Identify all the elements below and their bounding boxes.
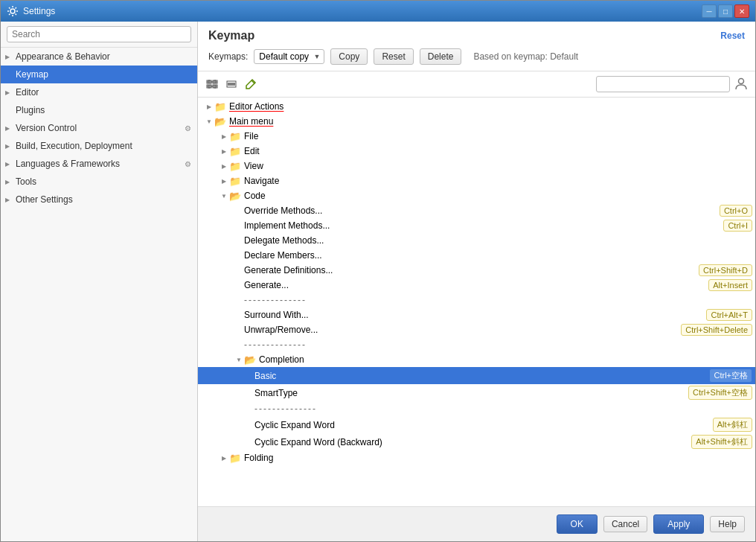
tree-item-delegate[interactable]: Delegate Methods... bbox=[198, 233, 755, 248]
sidebar-item-languages[interactable]: Languages & Frameworks ⚙ bbox=[1, 155, 197, 173]
file-label: File bbox=[244, 131, 752, 141]
collapse-all-button[interactable] bbox=[223, 76, 240, 92]
sidebar-item-appearance[interactable]: Appearance & Behavior bbox=[1, 48, 197, 66]
reset-button[interactable]: Reset bbox=[374, 48, 413, 65]
ok-button[interactable]: OK bbox=[557, 514, 598, 534]
tree-search-input[interactable] bbox=[596, 76, 730, 92]
right-panel: Keymap Reset Keymaps: Default copy Copy … bbox=[198, 22, 755, 541]
delete-button[interactable]: Delete bbox=[420, 48, 462, 65]
sidebar-item-other[interactable]: Other Settings bbox=[1, 191, 197, 208]
override-label: Override Methods... bbox=[244, 205, 720, 216]
collapse-icon bbox=[225, 78, 237, 90]
edit-shortcut-button[interactable] bbox=[243, 76, 259, 92]
tree-item-folding[interactable]: ▶ 📁 Folding bbox=[198, 450, 755, 465]
window-title: Settings bbox=[23, 6, 55, 16]
sidebar-search-box bbox=[1, 22, 197, 48]
override-shortcut: Ctrl+O bbox=[720, 205, 752, 217]
tree-item-code[interactable]: ▼ 📂 Code bbox=[198, 188, 755, 203]
smarttype-shortcut: Ctrl+Shift+空格 bbox=[688, 386, 752, 400]
appearance-label: Appearance & Behavior bbox=[16, 51, 110, 62]
tree-item-surround[interactable]: Surround With... Ctrl+Alt+T bbox=[198, 307, 755, 322]
tree-item-cyclic[interactable]: Cyclic Expand Word Alt+斜杠 bbox=[198, 416, 755, 433]
tree-item-smarttype[interactable]: SmartType Ctrl+Shift+空格 bbox=[198, 384, 755, 401]
maximize-button[interactable]: □ bbox=[718, 4, 733, 18]
implement-label: Implement Methods... bbox=[244, 220, 723, 231]
build-label: Build, Execution, Deployment bbox=[16, 141, 132, 151]
main-menu-arrow: ▼ bbox=[204, 118, 214, 125]
title-bar-left: Settings bbox=[7, 5, 55, 17]
basic-label: Basic bbox=[254, 371, 709, 381]
based-on-label: Based on keymap: Default bbox=[473, 51, 578, 62]
file-folder-icon: 📁 bbox=[229, 131, 241, 142]
main-menu-folder-icon: 📂 bbox=[214, 116, 226, 127]
tree-item-edit[interactable]: ▶ 📁 Edit bbox=[198, 144, 755, 159]
cancel-button[interactable]: Cancel bbox=[603, 516, 647, 532]
copy-button[interactable]: Copy bbox=[330, 48, 368, 65]
footer: OK Cancel Apply Help bbox=[198, 506, 755, 541]
sidebar-item-vcs[interactable]: Version Control ⚙ bbox=[1, 119, 197, 137]
edit-icon bbox=[245, 78, 257, 90]
navigate-arrow: ▶ bbox=[219, 178, 229, 185]
minimize-button[interactable]: ─ bbox=[702, 4, 717, 18]
help-button[interactable]: Help bbox=[710, 516, 745, 532]
implement-shortcut: Ctrl+I bbox=[723, 220, 752, 232]
panel-title: Keymap bbox=[208, 29, 254, 42]
reset-link[interactable]: Reset bbox=[720, 31, 745, 41]
sidebar-item-build[interactable]: Build, Execution, Deployment bbox=[1, 137, 197, 155]
tree-item-unwrap[interactable]: Unwrap/Remove... Ctrl+Shift+Delete bbox=[198, 322, 755, 337]
completion-label: Completion bbox=[259, 354, 752, 365]
sidebar-item-editor[interactable]: Editor bbox=[1, 83, 197, 101]
cyclic-back-shortcut: Alt+Shift+斜杠 bbox=[691, 435, 752, 449]
apply-button[interactable]: Apply bbox=[653, 514, 704, 534]
tree-item-main-menu[interactable]: ▼ 📂 Main menu bbox=[198, 114, 755, 129]
sidebar-item-tools[interactable]: Tools bbox=[1, 173, 197, 191]
generate-label: Generate... bbox=[244, 280, 708, 290]
tree-item-completion[interactable]: ▼ 📂 Completion bbox=[198, 352, 755, 367]
sidebar-item-keymap[interactable]: Keymap bbox=[1, 66, 197, 83]
tree-item-declare[interactable]: Declare Members... bbox=[198, 248, 755, 263]
cyclic-label: Cyclic Expand Word bbox=[254, 420, 713, 430]
folding-folder-icon: 📁 bbox=[229, 453, 241, 464]
navigate-folder-icon: 📁 bbox=[229, 176, 241, 187]
file-arrow: ▶ bbox=[219, 133, 229, 140]
svg-point-6 bbox=[739, 79, 744, 84]
tree-item-implement[interactable]: Implement Methods... Ctrl+I bbox=[198, 218, 755, 233]
smarttype-label: SmartType bbox=[254, 388, 688, 398]
declare-label: Declare Members... bbox=[244, 250, 752, 261]
sidebar-search-input[interactable] bbox=[7, 26, 191, 42]
vcs-icon: ⚙ bbox=[185, 124, 191, 133]
tree-item-override[interactable]: Override Methods... Ctrl+O bbox=[198, 203, 755, 218]
keymap-select[interactable]: Default copy bbox=[254, 49, 324, 64]
tree-item-cyclic-back[interactable]: Cyclic Expand Word (Backward) Alt+Shift+… bbox=[198, 433, 755, 450]
tree-item-basic[interactable]: Basic Ctrl+空格 bbox=[198, 367, 755, 384]
tree-item-generate[interactable]: Generate... Alt+Insert bbox=[198, 278, 755, 293]
expand-all-button[interactable] bbox=[204, 76, 220, 92]
tree-item-sep3: -------------- bbox=[198, 401, 755, 416]
sep3-label: -------------- bbox=[254, 404, 752, 414]
navigate-label: Navigate bbox=[244, 176, 752, 186]
sep1-label: -------------- bbox=[244, 295, 752, 305]
close-button[interactable]: ✕ bbox=[734, 4, 749, 18]
editor-actions-label: Editor Actions bbox=[229, 101, 752, 112]
tree-item-file[interactable]: ▶ 📁 File bbox=[198, 129, 755, 144]
cyclic-shortcut: Alt+斜杠 bbox=[713, 418, 752, 432]
delegate-label: Delegate Methods... bbox=[244, 235, 752, 246]
tree-item-view[interactable]: ▶ 📁 View bbox=[198, 159, 755, 173]
basic-shortcut: Ctrl+空格 bbox=[709, 369, 752, 383]
tree-item-navigate[interactable]: ▶ 📁 Navigate bbox=[198, 173, 755, 188]
tree-toolbar bbox=[198, 71, 755, 98]
tree-item-generate-def[interactable]: Generate Definitions... Ctrl+Shift+D bbox=[198, 263, 755, 278]
window-buttons: ─ □ ✕ bbox=[702, 4, 749, 18]
vcs-label: Version Control bbox=[16, 123, 77, 133]
completion-arrow: ▼ bbox=[234, 357, 244, 363]
panel-header: Keymap Reset Keymaps: Default copy Copy … bbox=[198, 22, 755, 71]
tree-item-editor-actions[interactable]: ▶ 📁 Editor Actions bbox=[198, 99, 755, 114]
sidebar-item-plugins[interactable]: Plugins bbox=[1, 101, 197, 119]
plugins-label: Plugins bbox=[16, 105, 45, 115]
expand-icon bbox=[206, 78, 218, 90]
svg-rect-5 bbox=[227, 81, 236, 87]
unwrap-label: Unwrap/Remove... bbox=[244, 325, 681, 335]
sidebar: Appearance & Behavior Keymap Editor Plug… bbox=[1, 22, 198, 541]
main-menu-label: Main menu bbox=[229, 116, 752, 127]
code-folder-icon: 📂 bbox=[229, 191, 241, 202]
